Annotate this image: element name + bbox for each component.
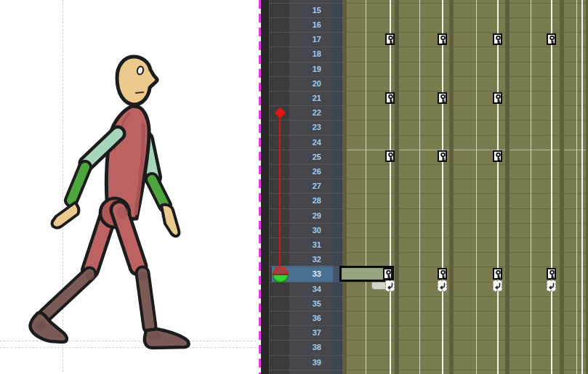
continue-frame-icon[interactable] — [385, 280, 395, 291]
keyframe-icon[interactable] — [493, 92, 502, 104]
keyframe-icon[interactable] — [493, 150, 502, 162]
grid-line-dim — [531, 0, 531, 374]
range-marker-diamond-icon[interactable] — [275, 107, 286, 119]
keyframe-icon[interactable] — [383, 268, 392, 280]
page-edge-dashed-line — [259, 0, 261, 374]
frame-number[interactable]: 26 — [289, 164, 333, 179]
continue-frame-icon[interactable] — [438, 280, 447, 291]
grid-line-bright — [442, 0, 443, 374]
keyframe-icon[interactable] — [438, 33, 447, 45]
grid-line-dim — [476, 0, 477, 374]
figure-front-shoe — [145, 329, 189, 348]
frame-number[interactable]: 34 — [289, 282, 333, 296]
frame-number[interactable]: 16 — [289, 17, 333, 32]
grid-line-bright — [581, 0, 583, 374]
keyframe-icon[interactable] — [493, 33, 502, 45]
frame-number[interactable]: 22 — [289, 105, 333, 120]
figure-near-forearm — [152, 179, 165, 206]
figure-near-hand — [161, 205, 179, 236]
frame-number[interactable]: 29 — [289, 208, 333, 223]
figure-far-hand — [52, 203, 79, 228]
figure-head — [117, 57, 157, 105]
figure-far-forearm — [71, 167, 85, 200]
frame-number[interactable]: 36 — [289, 311, 333, 325]
frame-number[interactable]: 19 — [289, 62, 333, 76]
walking-figure-drawing — [0, 0, 261, 374]
keyframe-icon[interactable] — [438, 92, 447, 104]
grid-line-dim — [366, 0, 366, 374]
frame-number[interactable]: 25 — [289, 150, 333, 164]
keyframe-icon[interactable] — [385, 33, 395, 45]
frame-number[interactable]: 32 — [289, 252, 333, 267]
frame-number[interactable]: 18 — [289, 46, 333, 61]
keyframe-icon[interactable] — [438, 150, 447, 162]
frame-number[interactable]: 37 — [289, 325, 333, 340]
frame-number[interactable]: 39 — [289, 355, 333, 370]
frame-number[interactable]: 27 — [289, 179, 333, 193]
frame-number[interactable]: 17 — [289, 32, 333, 46]
frame-number[interactable]: 21 — [289, 91, 333, 105]
app-window: 1516171819202122232425262728293031323334… — [0, 0, 588, 374]
keyframe-icon[interactable] — [438, 268, 447, 280]
playhead-range-line[interactable] — [279, 115, 281, 267]
keyframe-icon[interactable] — [547, 33, 556, 45]
playhead-ball-icon[interactable] — [272, 266, 289, 283]
grid-line-bright — [551, 0, 552, 374]
frame-number[interactable]: 24 — [289, 135, 333, 150]
frame-number[interactable]: 20 — [289, 76, 333, 91]
keyframe-icon[interactable] — [385, 92, 395, 104]
grid-track-divider — [395, 0, 399, 374]
frame-number[interactable]: 30 — [289, 223, 333, 237]
grid-track-divider — [342, 0, 347, 374]
grid-track-divider — [505, 0, 510, 374]
frame-number[interactable]: 35 — [289, 296, 333, 311]
frame-number[interactable]: 28 — [289, 193, 333, 208]
frame-number[interactable]: 15 — [289, 3, 333, 17]
grid-line-dim — [419, 0, 420, 374]
frame-number[interactable]: 31 — [289, 237, 333, 252]
grid-track-divider — [449, 0, 454, 374]
figure-front-shin — [139, 272, 150, 327]
figure-back-shin — [45, 272, 94, 315]
grid-line-dim — [576, 0, 577, 374]
frame-number[interactable]: 23 — [289, 120, 333, 134]
frame-row-separator — [270, 370, 342, 370]
frame-number[interactable]: 38 — [289, 340, 333, 354]
continue-frame-icon[interactable] — [547, 280, 556, 291]
figure-mouth — [136, 92, 143, 93]
keyframe-icon[interactable] — [385, 150, 395, 162]
grid-line-bright — [390, 0, 391, 374]
keyframe-icon[interactable] — [547, 268, 556, 280]
keyframe-icon[interactable] — [493, 268, 502, 280]
grid-track-divider — [560, 0, 564, 374]
continue-frame-icon[interactable] — [493, 280, 502, 291]
frame-number[interactable]: 33 — [289, 267, 333, 281]
grid-line-bright — [497, 0, 499, 374]
